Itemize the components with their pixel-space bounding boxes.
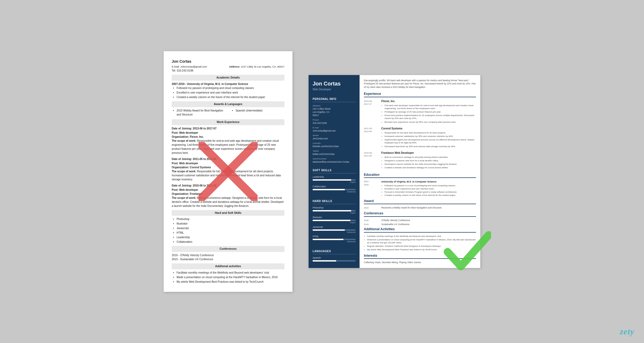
skill-photoshop: Photoshop Expert — [313, 206, 356, 214]
scope-label: The scope of work: — [172, 139, 196, 142]
skill-name: HTML — [313, 235, 356, 238]
sidebar-hard-skills-section: Hard Skills Photoshop Expert Illustrator… — [309, 197, 360, 247]
list-item: Excelled in user experience and user int… — [385, 187, 457, 190]
plain-tel: Tel: 310-242-0196 — [172, 69, 284, 73]
plain-contact: E-Mail: Johncortas@gmail.com Address: 14… — [172, 65, 284, 69]
languages-header: Languages — [313, 249, 356, 254]
scope-label: The scope of work: — [172, 170, 196, 173]
plain-academic-list: Followed my passion of prototyping and c… — [172, 86, 284, 99]
address-line2: Los Angeles, CA — [313, 111, 356, 114]
www-label: WWW — [313, 134, 356, 137]
email-value: JonCortas@gmail.com — [313, 129, 356, 133]
plain-address-label: Address: — [229, 65, 240, 68]
plain-job1-post: Post: Web developer — [172, 131, 284, 135]
plain-job1-date: Date of Joining: 2013-06 to 2017-07 — [172, 126, 284, 131]
skill-bar-bg — [313, 239, 356, 240]
phone-value: 310-242-0196 — [313, 122, 356, 125]
label: Organization: — [172, 192, 189, 195]
phone-label: Phone — [313, 118, 356, 121]
exp-company: Flexor, Inc. — [381, 99, 476, 103]
plain-academic-degree: 2007-2010 - University of Virginia, M.S.… — [172, 83, 248, 85]
exp-bullets: Built an ecommerce webapp to sell potty … — [381, 156, 457, 169]
plain-awards-list: 2015 Webby Award for Best Navigation and… — [172, 109, 225, 117]
label: Organization: — [172, 135, 189, 138]
list-item: Spanish (intermediate) — [236, 109, 284, 113]
list-item: Followed my passion of prototyping and c… — [177, 86, 284, 90]
plain-job3-post: Post: Web developer — [172, 188, 284, 192]
skill-bar-fill — [313, 179, 351, 181]
list-item: Illustrator — [177, 222, 284, 226]
list-item: Prototyped an average of 25 new product … — [385, 110, 476, 113]
skill-level: Advanced — [313, 240, 356, 243]
sidebar-name-block: Jon Cortas Web Developer — [309, 75, 360, 95]
plain-job3-post-val: Web developer — [179, 188, 198, 191]
plain-job1-scope: The scope of work: Responsible for end-t… — [172, 139, 284, 155]
list-item: Decreased lead times by 30% and reduced … — [385, 145, 476, 148]
plain-job2-post: Post: Web developer — [172, 161, 284, 165]
plain-job3-org: Organization: Freelance — [172, 192, 284, 196]
plain-job1-post-val: Web developer — [179, 131, 198, 134]
interests-title: Interests — [364, 253, 476, 259]
list-item: Implemented Agile/Lean development proce… — [385, 138, 476, 144]
skill-level: Advanced — [313, 191, 356, 193]
plain-job1-org-val: Flexor, Inc. — [190, 135, 204, 138]
plain-job3-scope: The scope of work: Built an ecommerce we… — [172, 196, 284, 208]
label: Post: — [172, 162, 178, 165]
skill-leadership: Leadership Expert — [313, 176, 356, 184]
skill-level: Expert — [313, 221, 356, 224]
resume-main: Eye-poppingly prolific, full stack web d… — [360, 75, 480, 268]
plain-resume: Jon Cortas E-Mail: Johncortas@gmail.com … — [164, 51, 292, 292]
skill-collaboration: Collaboration Advanced — [313, 185, 356, 193]
conf-entry-2: 2015 Sustainable UX Conference — [364, 223, 476, 226]
list-item: Collaboration — [177, 240, 284, 244]
exp-right: Freelance Web Developer Built an ecommer… — [381, 151, 457, 170]
activities-title: Additional Activities — [364, 227, 476, 233]
plain-conf-title: Conferences — [172, 246, 284, 252]
skill-level: Expert — [313, 212, 356, 214]
experience-title: Experience — [364, 92, 476, 97]
skill-level: Expert — [313, 181, 356, 184]
education-title: Education — [364, 173, 476, 178]
skill-name: Spanish — [313, 256, 356, 260]
plain-job2-org: Organization: Corend Systems — [172, 165, 284, 169]
skill-bar-fill — [313, 189, 345, 190]
label: Organization: — [172, 166, 189, 169]
skill-bar-fill — [313, 220, 350, 221]
address-label: Address — [313, 104, 356, 107]
list-item: Created a website and donations webapp f… — [385, 166, 457, 169]
skill-bar-bg — [313, 179, 356, 181]
edu-entry-1: 2007 -2010 University of Virginia, M.S. … — [364, 180, 476, 197]
email-label: E-mail — [313, 126, 356, 129]
exp-entry-2: 2011-05 -2013-06 Corend Systems Responsi… — [364, 127, 476, 148]
zety-logo: zety — [620, 327, 634, 337]
list-item: Created a weekly column on the future of… — [177, 95, 284, 99]
exp-company: Corend Systems — [381, 127, 476, 131]
plain-awards-block: 2015 Webby Award for Best Navigation and… — [172, 109, 284, 117]
skill-illustrator: Illustrator Expert — [313, 216, 356, 224]
list-item: My article Web Development Best Practice… — [367, 248, 476, 251]
list-item: Drove best practice implementation for 2… — [385, 114, 476, 120]
exp-dates: 2013-06 -2017-07 — [364, 99, 379, 124]
skill-name: Illustrator — [313, 216, 356, 219]
address-line1: 1417 Libby Street — [313, 107, 356, 111]
summary-text: Eye-poppingly prolific, full stack web d… — [364, 79, 476, 89]
plain-address: 1417 Libby St Los Angeles, CA, 90017 — [241, 65, 284, 68]
designed-resume: Jon Cortas Web Developer Personal Info A… — [309, 75, 480, 268]
www-value: JonCortas.com — [313, 137, 356, 140]
plain-academic-entry: 2007-2010 - University of Virginia, M.S.… — [172, 82, 284, 99]
plain-address-block: Address: 1417 Libby St Los Angeles, CA, … — [229, 65, 284, 69]
list-item: Boosted user experience scores by 55% ov… — [385, 121, 476, 124]
exp-company: Freelance Web Developer — [381, 151, 457, 155]
skill-bar-fill — [313, 210, 351, 211]
plain-academic-title: Academic Details — [172, 75, 284, 81]
list-item: Delivered a presentation on cloud comput… — [367, 238, 476, 244]
list-item: Created a weekly column on the future of… — [385, 194, 457, 197]
edu-bullets: Followed my passion in a core of prototy… — [381, 184, 457, 197]
list-item: Built an ecommerce webapp to sell potty … — [385, 156, 457, 159]
plain-job3-org-val: Freelance — [190, 192, 202, 195]
twitter-label: Twitter — [313, 150, 356, 152]
list-item: HTML — [177, 231, 284, 235]
stackoverflow-label: StackOverflow — [313, 157, 356, 160]
list-item: Followed my passion in a core of prototy… — [385, 184, 457, 187]
skill-name: Javascript — [313, 226, 356, 229]
